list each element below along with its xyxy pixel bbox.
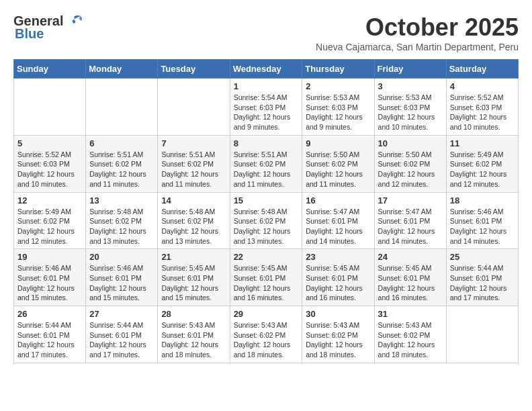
calendar-day-22: 22Sunrise: 5:45 AM Sunset: 6:01 PM Dayli…	[230, 249, 302, 306]
day-info: Sunrise: 5:45 AM Sunset: 6:01 PM Dayligh…	[306, 263, 370, 303]
calendar-day-24: 24Sunrise: 5:45 AM Sunset: 6:01 PM Dayli…	[374, 249, 446, 306]
weekday-header-wednesday: Wednesday	[230, 60, 302, 79]
day-info: Sunrise: 5:43 AM Sunset: 6:01 PM Dayligh…	[161, 320, 226, 360]
location: Nueva Cajamarca, San Martin Department, …	[316, 42, 519, 52]
calendar-day-6: 6Sunrise: 5:51 AM Sunset: 6:02 PM Daylig…	[86, 135, 158, 192]
day-number: 11	[450, 138, 515, 148]
weekday-header-monday: Monday	[86, 60, 158, 79]
day-number: 17	[378, 195, 443, 205]
day-info: Sunrise: 5:45 AM Sunset: 6:01 PM Dayligh…	[161, 263, 226, 303]
calendar-week-3: 12Sunrise: 5:49 AM Sunset: 6:02 PM Dayli…	[14, 192, 519, 249]
day-number: 3	[378, 81, 443, 91]
day-info: Sunrise: 5:43 AM Sunset: 6:02 PM Dayligh…	[378, 320, 443, 360]
day-number: 13	[89, 195, 154, 205]
calendar-empty	[14, 79, 86, 136]
calendar-week-5: 26Sunrise: 5:44 AM Sunset: 6:01 PM Dayli…	[14, 306, 519, 363]
day-number: 5	[17, 138, 82, 148]
calendar-day-7: 7Sunrise: 5:51 AM Sunset: 6:02 PM Daylig…	[158, 135, 230, 192]
calendar-table: SundayMondayTuesdayWednesdayThursdayFrid…	[13, 59, 519, 363]
calendar-empty	[158, 79, 230, 136]
day-number: 24	[378, 252, 443, 262]
day-number: 30	[306, 309, 370, 319]
calendar-day-21: 21Sunrise: 5:45 AM Sunset: 6:01 PM Dayli…	[158, 249, 230, 306]
day-info: Sunrise: 5:46 AM Sunset: 6:01 PM Dayligh…	[89, 263, 154, 303]
day-info: Sunrise: 5:53 AM Sunset: 6:03 PM Dayligh…	[378, 93, 443, 132]
weekday-header-tuesday: Tuesday	[158, 60, 230, 79]
day-info: Sunrise: 5:45 AM Sunset: 6:01 PM Dayligh…	[378, 263, 443, 303]
calendar-week-2: 5Sunrise: 5:52 AM Sunset: 6:03 PM Daylig…	[14, 135, 519, 192]
day-number: 7	[161, 138, 226, 148]
day-info: Sunrise: 5:52 AM Sunset: 6:03 PM Dayligh…	[17, 150, 82, 189]
calendar-day-26: 26Sunrise: 5:44 AM Sunset: 6:01 PM Dayli…	[14, 306, 86, 363]
calendar-day-10: 10Sunrise: 5:50 AM Sunset: 6:02 PM Dayli…	[374, 135, 446, 192]
calendar-day-5: 5Sunrise: 5:52 AM Sunset: 6:03 PM Daylig…	[14, 135, 86, 192]
day-number: 28	[161, 309, 226, 319]
day-number: 10	[378, 138, 443, 148]
day-info: Sunrise: 5:43 AM Sunset: 6:02 PM Dayligh…	[234, 320, 299, 360]
day-number: 26	[17, 309, 82, 319]
day-number: 23	[306, 252, 370, 262]
calendar-day-28: 28Sunrise: 5:43 AM Sunset: 6:01 PM Dayli…	[158, 306, 230, 363]
day-number: 6	[89, 138, 154, 148]
calendar-day-23: 23Sunrise: 5:45 AM Sunset: 6:01 PM Dayli…	[302, 249, 374, 306]
calendar-day-16: 16Sunrise: 5:47 AM Sunset: 6:01 PM Dayli…	[302, 192, 374, 249]
weekday-header-thursday: Thursday	[302, 60, 374, 79]
day-info: Sunrise: 5:45 AM Sunset: 6:01 PM Dayligh…	[234, 263, 299, 303]
calendar-day-25: 25Sunrise: 5:44 AM Sunset: 6:01 PM Dayli…	[446, 249, 518, 306]
day-number: 12	[17, 195, 82, 205]
day-info: Sunrise: 5:46 AM Sunset: 6:01 PM Dayligh…	[450, 207, 515, 246]
day-number: 1	[234, 81, 299, 91]
day-info: Sunrise: 5:47 AM Sunset: 6:01 PM Dayligh…	[378, 207, 443, 246]
calendar-day-3: 3Sunrise: 5:53 AM Sunset: 6:03 PM Daylig…	[374, 79, 446, 136]
day-info: Sunrise: 5:50 AM Sunset: 6:02 PM Dayligh…	[306, 150, 370, 189]
calendar-day-20: 20Sunrise: 5:46 AM Sunset: 6:01 PM Dayli…	[86, 249, 158, 306]
calendar-day-14: 14Sunrise: 5:48 AM Sunset: 6:02 PM Dayli…	[158, 192, 230, 249]
calendar-empty	[86, 79, 158, 136]
calendar-day-31: 31Sunrise: 5:43 AM Sunset: 6:02 PM Dayli…	[374, 306, 446, 363]
calendar-day-8: 8Sunrise: 5:51 AM Sunset: 6:02 PM Daylig…	[230, 135, 302, 192]
calendar-empty	[446, 306, 518, 363]
calendar-day-4: 4Sunrise: 5:52 AM Sunset: 6:03 PM Daylig…	[446, 79, 518, 136]
day-info: Sunrise: 5:47 AM Sunset: 6:01 PM Dayligh…	[306, 207, 370, 246]
calendar-day-29: 29Sunrise: 5:43 AM Sunset: 6:02 PM Dayli…	[230, 306, 302, 363]
day-info: Sunrise: 5:43 AM Sunset: 6:02 PM Dayligh…	[306, 320, 370, 360]
calendar-week-4: 19Sunrise: 5:46 AM Sunset: 6:01 PM Dayli…	[14, 249, 519, 306]
day-number: 19	[17, 252, 82, 262]
day-number: 15	[234, 195, 299, 205]
day-info: Sunrise: 5:51 AM Sunset: 6:02 PM Dayligh…	[89, 150, 154, 189]
day-info: Sunrise: 5:50 AM Sunset: 6:02 PM Dayligh…	[378, 150, 443, 189]
day-number: 22	[234, 252, 299, 262]
day-number: 4	[450, 81, 515, 91]
day-info: Sunrise: 5:49 AM Sunset: 6:02 PM Dayligh…	[17, 207, 82, 246]
calendar-day-17: 17Sunrise: 5:47 AM Sunset: 6:01 PM Dayli…	[374, 192, 446, 249]
day-info: Sunrise: 5:44 AM Sunset: 6:01 PM Dayligh…	[450, 263, 515, 303]
day-number: 25	[450, 252, 515, 262]
calendar-day-19: 19Sunrise: 5:46 AM Sunset: 6:01 PM Dayli…	[14, 249, 86, 306]
day-info: Sunrise: 5:48 AM Sunset: 6:02 PM Dayligh…	[161, 207, 226, 246]
day-number: 14	[161, 195, 226, 205]
title-block: October 2025 Nueva Cajamarca, San Martin…	[316, 13, 519, 52]
calendar-day-15: 15Sunrise: 5:48 AM Sunset: 6:02 PM Dayli…	[230, 192, 302, 249]
calendar-week-1: 1Sunrise: 5:54 AM Sunset: 6:03 PM Daylig…	[14, 79, 519, 136]
day-number: 8	[234, 138, 299, 148]
calendar-day-11: 11Sunrise: 5:49 AM Sunset: 6:02 PM Dayli…	[446, 135, 518, 192]
day-number: 2	[306, 81, 370, 91]
day-number: 27	[89, 309, 154, 319]
day-info: Sunrise: 5:51 AM Sunset: 6:02 PM Dayligh…	[234, 150, 299, 189]
day-info: Sunrise: 5:48 AM Sunset: 6:02 PM Dayligh…	[89, 207, 154, 246]
day-number: 16	[306, 195, 370, 205]
day-number: 9	[306, 138, 370, 148]
day-number: 29	[234, 309, 299, 319]
day-info: Sunrise: 5:44 AM Sunset: 6:01 PM Dayligh…	[89, 320, 154, 360]
day-number: 18	[450, 195, 515, 205]
weekday-header-friday: Friday	[374, 60, 446, 79]
calendar-day-2: 2Sunrise: 5:53 AM Sunset: 6:03 PM Daylig…	[302, 79, 374, 136]
day-number: 21	[161, 252, 226, 262]
day-info: Sunrise: 5:51 AM Sunset: 6:02 PM Dayligh…	[161, 150, 226, 189]
calendar-header-row: SundayMondayTuesdayWednesdayThursdayFrid…	[14, 60, 519, 79]
calendar-day-30: 30Sunrise: 5:43 AM Sunset: 6:02 PM Dayli…	[302, 306, 374, 363]
calendar-day-1: 1Sunrise: 5:54 AM Sunset: 6:03 PM Daylig…	[230, 79, 302, 136]
logo-blue: Blue	[15, 26, 44, 42]
day-info: Sunrise: 5:49 AM Sunset: 6:02 PM Dayligh…	[450, 150, 515, 189]
day-info: Sunrise: 5:52 AM Sunset: 6:03 PM Dayligh…	[450, 93, 515, 132]
